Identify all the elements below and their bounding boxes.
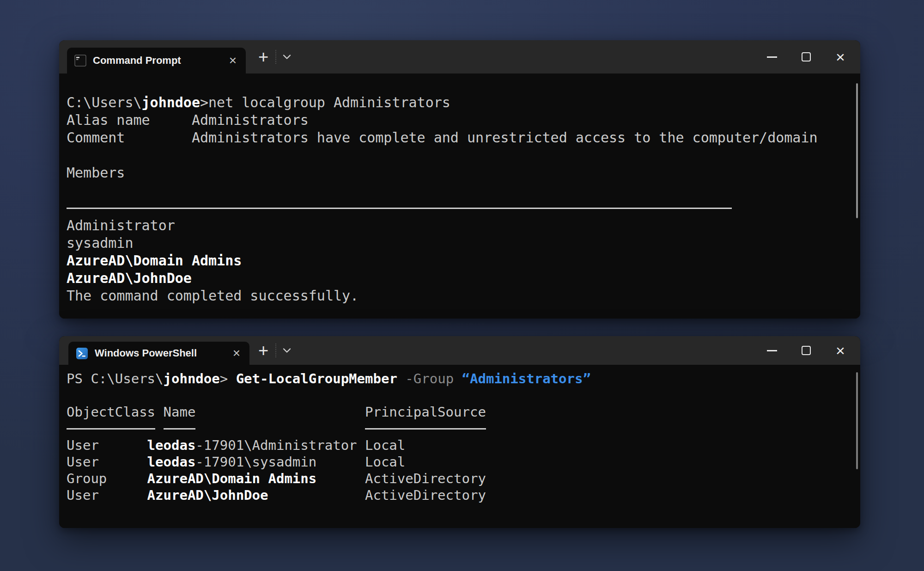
cell-name: leodas-17901\sysadmin: [147, 454, 365, 470]
header-underline: [365, 428, 486, 430]
text-segment: [397, 371, 405, 387]
column-header: PrincipalSource: [365, 404, 486, 420]
text-segment: -Group: [405, 371, 454, 387]
table-header-row: ObjectClassNamePrincipalSource: [67, 404, 853, 420]
cmd-terminal-output[interactable]: C:\Users\johndoe>net localgroup Administ…: [59, 74, 860, 319]
close-button[interactable]: ×: [823, 336, 857, 365]
cell-name: AzureAD\Domain Admins: [147, 470, 365, 487]
close-button[interactable]: ×: [823, 40, 857, 74]
cell-name-bold: leodas: [147, 437, 196, 453]
new-tab-button[interactable]: +: [255, 342, 272, 359]
table-header-underlines: [67, 420, 853, 437]
text-segment: AzureAD\Domain Admins: [67, 252, 242, 269]
table-row: UserAzureAD\JohnDoeActiveDirectory: [67, 487, 853, 503]
terminal-line: The command completed successfully.: [67, 287, 853, 305]
underline-gap: [195, 428, 365, 430]
column-header: Name: [164, 404, 365, 420]
text-segment: Members: [67, 165, 125, 181]
text-segment: >: [220, 371, 236, 387]
tab-close-icon[interactable]: ×: [227, 54, 238, 67]
powershell-icon: [76, 347, 88, 360]
cell-name-bold: leodas: [147, 454, 196, 470]
new-tab-button[interactable]: +: [255, 48, 272, 66]
scrollbar-thumb[interactable]: [856, 83, 858, 218]
cell-name-rest: -17901\sysadmin: [195, 454, 316, 470]
text-segment: AzureAD\JohnDoe: [67, 270, 192, 286]
chevron-down-icon[interactable]: [280, 55, 294, 60]
ps-prompt-line: PS C:\Users\johndoe> Get-LocalGroupMembe…: [67, 370, 853, 387]
text-segment: “Administrators”: [462, 371, 591, 387]
text-segment: Administrator: [67, 217, 175, 233]
cmd-titlebar[interactable]: Command Prompt × + ×: [59, 40, 860, 74]
cell-objectclass: Group: [67, 470, 147, 487]
cell-principalsource: Local: [365, 437, 405, 453]
cell-objectclass: User: [67, 487, 147, 503]
terminal-line: AzureAD\JohnDoe: [67, 270, 853, 287]
terminal-line: Alias name Administrators: [67, 111, 853, 129]
terminal-line: [67, 182, 853, 199]
cmd-terminal-window: Command Prompt × + × C:\Users\johndoe>ne…: [59, 40, 860, 319]
terminal-line: C:\Users\johndoe>net localgroup Administ…: [67, 94, 853, 111]
terminal-line: sysadmin: [67, 234, 853, 252]
cell-name-bold: AzureAD\Domain Admins: [147, 471, 317, 486]
header-underline: [164, 428, 196, 430]
window-controls: ×: [755, 40, 857, 74]
tabbar-divider: [275, 344, 276, 357]
terminal-line: [67, 147, 853, 164]
terminal-line: AzureAD\Domain Admins: [67, 252, 853, 270]
chevron-down-icon[interactable]: [280, 348, 294, 353]
terminal-line: Administrator: [67, 217, 853, 234]
minimize-button[interactable]: [755, 40, 789, 74]
tab-title: Command Prompt: [93, 55, 181, 67]
column-header: ObjectClass: [67, 404, 164, 420]
cell-name: AzureAD\JohnDoe: [147, 487, 365, 503]
tab-close-icon[interactable]: ×: [231, 347, 242, 360]
text-segment: Get-LocalGroupMember: [236, 371, 397, 387]
header-underline: [67, 428, 155, 430]
tab-title: Windows PowerShell: [95, 347, 197, 359]
underline-gap: [155, 428, 163, 430]
text-segment: johndoe: [142, 94, 200, 111]
table-row: Userleodas-17901\sysadminLocal: [67, 454, 853, 470]
cell-name-rest: -17901\Administrator: [195, 437, 357, 453]
cell-objectclass: User: [67, 437, 147, 454]
text-segment: C:\Users\: [67, 94, 142, 111]
output-separator: [67, 199, 853, 217]
window-controls: ×: [755, 336, 857, 365]
tab-windows-powershell[interactable]: Windows PowerShell ×: [68, 342, 249, 365]
separator-line: [67, 208, 732, 209]
terminal-line: Comment Administrators have complete and…: [67, 129, 853, 147]
text-segment: The command completed successfully.: [67, 288, 359, 304]
ps-titlebar[interactable]: Windows PowerShell × + ×: [59, 336, 860, 365]
text-segment: Comment Administrators have complete and…: [67, 129, 818, 146]
terminal-line: [67, 387, 853, 404]
tabbar-divider: [275, 50, 276, 64]
cell-name-bold: AzureAD\JohnDoe: [147, 487, 268, 503]
cell-principalsource: ActiveDirectory: [365, 487, 486, 503]
cell-principalsource: ActiveDirectory: [365, 471, 486, 486]
text-segment: Alias name Administrators: [67, 112, 309, 128]
cell-objectclass: User: [67, 454, 147, 470]
cell-principalsource: Local: [365, 454, 405, 470]
text-segment: >net localgroup Administrators: [200, 94, 450, 111]
tab-command-prompt[interactable]: Command Prompt ×: [67, 48, 246, 74]
text-segment: [454, 371, 462, 387]
powershell-terminal-window: Windows PowerShell × + × PS C:\Users\joh…: [59, 336, 860, 528]
maximize-button[interactable]: [789, 40, 823, 74]
text-segment: sysadmin: [67, 235, 134, 251]
minimize-button[interactable]: [755, 336, 789, 365]
maximize-button[interactable]: [789, 336, 823, 365]
command-prompt-icon: [74, 55, 86, 67]
table-row: GroupAzureAD\Domain AdminsActiveDirector…: [67, 470, 853, 487]
ps-terminal-output[interactable]: PS C:\Users\johndoe> Get-LocalGroupMembe…: [59, 365, 860, 528]
text-segment: PS C:\Users\: [67, 371, 164, 387]
table-row: Userleodas-17901\AdministratorLocal: [67, 437, 853, 454]
scrollbar-thumb[interactable]: [856, 372, 858, 469]
terminal-line: Members: [67, 164, 853, 182]
cell-name: leodas-17901\Administrator: [147, 437, 365, 454]
text-segment: johndoe: [164, 371, 220, 387]
